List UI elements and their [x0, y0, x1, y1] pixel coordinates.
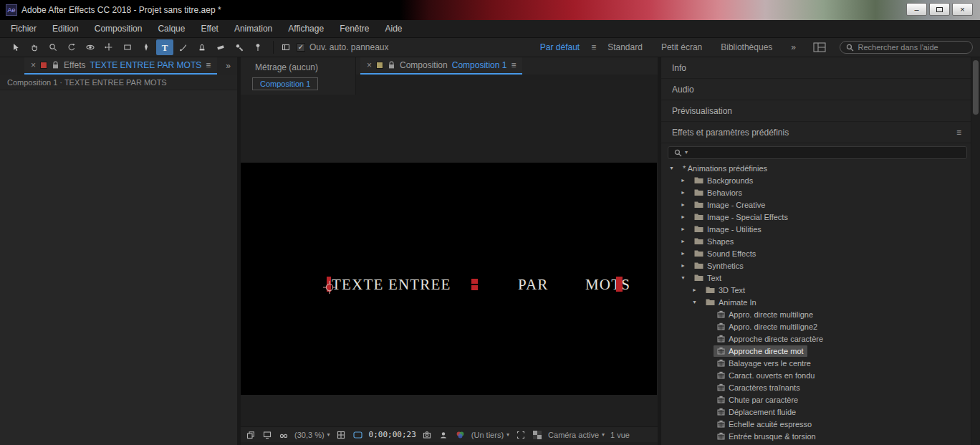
pan-behind-tool[interactable]: [100, 39, 117, 55]
tree-item-backgrounds[interactable]: ►Backgrounds: [661, 174, 971, 186]
mini-flowchart-icon[interactable]: [245, 431, 256, 439]
panel-header-effets-et-parametres-predefinis[interactable]: Effets et paramètres prédéfinis ≡: [661, 122, 980, 143]
lock-icon[interactable]: [52, 61, 59, 70]
glasses-icon[interactable]: [278, 431, 289, 439]
tree-item-image-creative[interactable]: ►Image - Creative: [661, 198, 971, 211]
workspace-bibliotheques[interactable]: Bibliothèques: [711, 42, 782, 52]
rotation-tool[interactable]: [63, 39, 80, 55]
mask-visibility-icon[interactable]: [352, 431, 363, 439]
timecode[interactable]: 0;00;00;23: [369, 430, 416, 439]
resolution-select[interactable]: (Un tiers) ▾: [471, 431, 509, 439]
unified-camera-tool[interactable]: [82, 39, 99, 55]
snapshot-camera-icon[interactable]: [422, 431, 433, 439]
tree-item-appro-directe-multiligne[interactable]: Appro. directe multiligne: [661, 308, 971, 320]
close-button[interactable]: ×: [952, 3, 973, 16]
menu-affichage[interactable]: Affichage: [280, 20, 332, 37]
panel-header-info[interactable]: Info: [661, 57, 980, 79]
clone-stamp-tool[interactable]: [193, 39, 211, 55]
workspace-menu-icon[interactable]: ≡: [589, 42, 598, 52]
tree-item-approche-directe-mot[interactable]: Approche directe mot: [661, 345, 971, 357]
tree-item-appro-directe-multiligne2[interactable]: Appro. directe multiligne2: [661, 320, 971, 332]
roto-brush-tool[interactable]: [231, 39, 248, 55]
brush-tool[interactable]: [175, 39, 192, 55]
tree-item-balayage-vers-le-centre[interactable]: Balayage vers le centre: [661, 357, 971, 369]
tree-item-animations-predefinies[interactable]: ▼* Animations prédéfinies: [661, 162, 971, 174]
menu-effet[interactable]: Effet: [193, 20, 226, 37]
workspace-overflow-chevrons[interactable]: »: [782, 42, 805, 52]
menu-composition[interactable]: Composition: [87, 20, 150, 37]
tab-overflow-chevrons[interactable]: »: [226, 61, 231, 71]
tree-item-approche-directe-caractere[interactable]: Approche directe caractère: [661, 332, 971, 345]
lock-icon[interactable]: [388, 61, 395, 70]
menu-calque[interactable]: Calque: [150, 20, 193, 37]
tree-item-deplacement-fluide[interactable]: Déplacement fluide: [661, 406, 971, 418]
hand-tool[interactable]: [26, 39, 43, 55]
maximize-button[interactable]: [929, 3, 950, 16]
expand-icon[interactable]: ►: [681, 226, 691, 231]
close-icon[interactable]: ×: [31, 61, 36, 70]
tab-footage[interactable]: Métrage (aucun): [241, 57, 355, 72]
text-layer-word[interactable]: PAR: [518, 276, 549, 294]
panel-menu-icon[interactable]: ≡: [956, 128, 961, 138]
panels-icon[interactable]: [280, 43, 291, 52]
transparency-grid-icon[interactable]: [532, 431, 542, 439]
tree-item-echelle-acuite-espresso[interactable]: Echelle acuité espresso: [661, 418, 971, 430]
panel-menu-icon[interactable]: ≡: [511, 60, 516, 70]
tree-item-sound-effects[interactable]: ►Sound Effects: [661, 247, 971, 259]
pen-tool[interactable]: [138, 39, 155, 55]
tree-item-image-utilities[interactable]: ►Image - Utilities: [661, 223, 971, 235]
text-layer-word[interactable]: MOTS: [585, 276, 630, 294]
expand-icon[interactable]: ►: [692, 287, 702, 292]
expand-icon[interactable]: ►: [681, 202, 691, 207]
type-tool[interactable]: T: [156, 39, 173, 55]
presets-search-input[interactable]: [690, 148, 962, 157]
tree-item-chute-par-caractere[interactable]: Chute par caractère: [661, 393, 971, 406]
tree-item-synthetics[interactable]: ►Synthetics: [661, 259, 971, 272]
tree-item-behaviors[interactable]: ►Behaviors: [661, 186, 971, 198]
region-of-interest-icon[interactable]: [515, 431, 526, 439]
collapse-icon[interactable]: ▼: [681, 275, 691, 280]
show-snapshot-icon[interactable]: [438, 431, 449, 439]
text-layer-word[interactable]: TEXTE ENTREE: [332, 276, 451, 294]
panel-header-audio[interactable]: Audio: [661, 79, 980, 100]
auto-open-panels-checkbox[interactable]: ✓: [297, 43, 305, 52]
puppet-pin-tool[interactable]: [249, 39, 266, 55]
channels-icon[interactable]: [455, 431, 466, 439]
menu-fichier[interactable]: Fichier: [3, 20, 44, 37]
expand-icon[interactable]: ►: [681, 214, 691, 219]
minimize-button[interactable]: –: [906, 3, 927, 16]
tree-item-caracteres-trainants[interactable]: Caractères traînants: [661, 381, 971, 393]
selection-tool[interactable]: [7, 39, 24, 55]
tree-item-shapes[interactable]: ►Shapes: [661, 235, 971, 247]
view-layout-select[interactable]: 1 vue: [610, 431, 630, 439]
menu-animation[interactable]: Animation: [226, 20, 280, 37]
vertical-scrollbar[interactable]: [971, 57, 980, 445]
collapse-icon[interactable]: ▼: [669, 166, 679, 171]
tree-item-image-special-effects[interactable]: ►Image - Special Effects: [661, 211, 971, 223]
screen-icon[interactable]: [261, 431, 272, 439]
workspace-switcher-icon[interactable]: [811, 42, 828, 53]
tab-composition[interactable]: × Composition Composition 1 ≡: [360, 57, 522, 75]
expand-icon[interactable]: ►: [681, 190, 691, 195]
expand-icon[interactable]: ►: [681, 178, 691, 183]
shape-tool[interactable]: [119, 39, 136, 55]
zoom-tool[interactable]: [44, 39, 62, 55]
camera-select[interactable]: Caméra active ▾: [548, 431, 605, 439]
menu-edition[interactable]: Edition: [44, 20, 87, 37]
zoom-select[interactable]: (30,3 %) ▾: [294, 431, 330, 439]
tree-item-entree-brusque-torsion[interactable]: Entrée brusque & torsion: [661, 430, 971, 442]
panel-header-previsualisation[interactable]: Prévisualisation: [661, 100, 980, 122]
composition-canvas[interactable]: TEXTE ENTREE PAR MOTS: [241, 163, 657, 395]
workspace-petit-ecran[interactable]: Petit écran: [652, 42, 711, 52]
workspace-standard[interactable]: Standard: [598, 42, 652, 52]
expand-icon[interactable]: ►: [681, 251, 691, 256]
collapse-icon[interactable]: ▼: [692, 300, 702, 305]
tree-item-caract-ouverts-en-fondu[interactable]: Caract. ouverts en fondu: [661, 369, 971, 381]
expand-icon[interactable]: ►: [681, 263, 691, 268]
panel-menu-icon[interactable]: ≡: [206, 60, 211, 70]
menu-fenetre[interactable]: Fenêtre: [332, 20, 377, 37]
tree-item-animate-in[interactable]: ▼Animate In: [661, 296, 971, 308]
close-icon[interactable]: ×: [367, 61, 372, 70]
grid-guides-icon[interactable]: [336, 431, 347, 439]
scrollbar-thumb[interactable]: [973, 60, 979, 115]
